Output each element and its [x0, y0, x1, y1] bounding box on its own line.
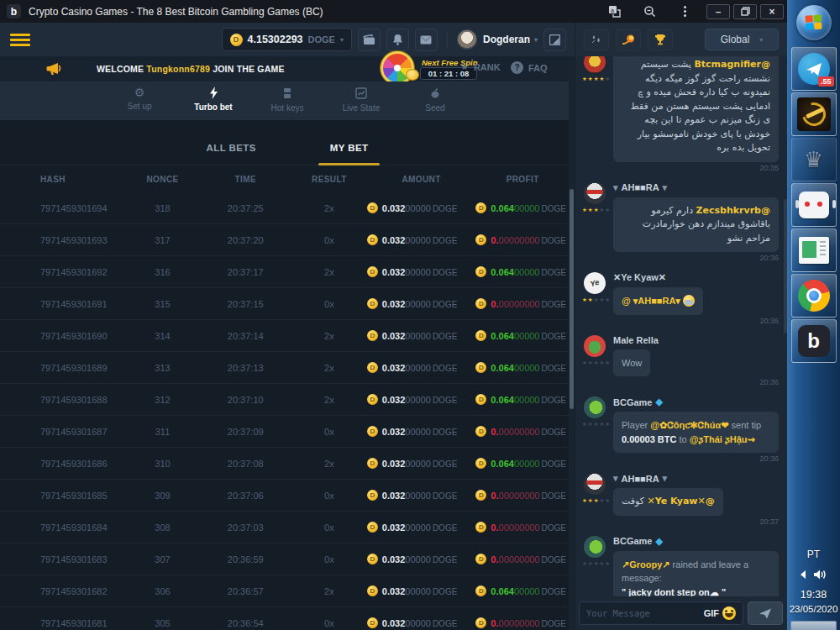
- table-row[interactable]: 7971459301681 305 20:36:54 0x D0.0320000…: [0, 607, 570, 630]
- table-row[interactable]: 7971459301692 316 20:37:17 2x D0.0320000…: [0, 256, 570, 288]
- rank-button[interactable]: ★ RANK: [460, 61, 501, 72]
- bet-amount: D0.03200000DOGE: [367, 394, 476, 405]
- avatar[interactable]: [584, 182, 606, 204]
- table-row[interactable]: 7971459301694 318 20:37:25 2x D0.0320000…: [0, 192, 570, 224]
- taskbar-game[interactable]: [791, 92, 837, 136]
- hidden-icons-arrow[interactable]: [801, 570, 806, 579]
- chat-username[interactable]: ✕Ye Kyaw✕: [613, 272, 779, 283]
- main-scrollbar[interactable]: [569, 56, 575, 630]
- table-row[interactable]: 7971459301684 308 20:37:03 0x D0.0320000…: [0, 512, 570, 543]
- hamburger-menu-icon[interactable]: [10, 31, 30, 49]
- chat-region-dropdown[interactable]: Global ▾: [705, 29, 779, 50]
- restore-button[interactable]: [733, 4, 757, 19]
- tab-all-bets[interactable]: ALL BETS: [195, 136, 268, 165]
- chat-username[interactable]: ▾AH■■RA▾: [613, 473, 779, 484]
- chat-username[interactable]: BCGame◆: [613, 396, 779, 407]
- rain-droplets-button[interactable]: [584, 29, 609, 50]
- chat-input-box[interactable]: GIF: [579, 601, 743, 625]
- tab-set-up[interactable]: ⚙ Set up: [113, 81, 165, 120]
- mention[interactable]: @ᶚThái ᶚHậu⇝: [690, 434, 755, 444]
- taskbar-telegram[interactable]: .55: [791, 47, 837, 91]
- chat-message: ★★★★★ BCGame◆ Player @✿Ꮳôηƈ✻Ꮳɦúα❤ sent t…: [575, 388, 787, 465]
- tab-hot-keys[interactable]: Hot keys: [261, 81, 313, 120]
- table-row[interactable]: 7971459301683 307 20:36:59 0x D0.0320000…: [0, 543, 570, 575]
- chat-username[interactable]: Male Rella: [613, 335, 779, 345]
- doge-coin-icon: D: [475, 362, 486, 373]
- bet-amount: D0.03200000DOGE: [367, 362, 476, 373]
- wallet-button[interactable]: [358, 29, 381, 51]
- table-row[interactable]: 7971459301688 312 20:37:10 2x D0.0320000…: [0, 384, 570, 416]
- clock-date[interactable]: 23/05/2020: [787, 604, 840, 614]
- bet-nonce: 314: [126, 331, 200, 341]
- menu-kebab-icon[interactable]: [678, 5, 691, 18]
- avatar[interactable]: [584, 335, 606, 357]
- mention[interactable]: @✕Ye Kyaw✕: [647, 496, 714, 507]
- notifications-bell-button[interactable]: [386, 29, 409, 51]
- keyboard-icon: [261, 87, 313, 102]
- clock-time[interactable]: 19:38: [787, 589, 840, 601]
- bet-result: 2x: [291, 363, 367, 373]
- tab-live-state[interactable]: Live State: [335, 81, 387, 120]
- user-menu[interactable]: Dogderan ▾: [483, 34, 538, 45]
- taskbar-robot-app[interactable]: [791, 183, 837, 227]
- doge-coin-icon: D: [475, 202, 486, 213]
- gif-button[interactable]: GIF: [704, 608, 719, 618]
- table-row[interactable]: 7971459301682 306 20:36:57 2x D0.0320000…: [0, 575, 570, 607]
- tab-seed[interactable]: Seed: [409, 81, 461, 120]
- mention[interactable]: @ ▾AH■■RA▾: [622, 296, 680, 306]
- minimize-button[interactable]: –: [706, 4, 730, 19]
- close-button[interactable]: ×: [760, 4, 784, 19]
- bet-profit: D0.00000000DOGE: [475, 617, 570, 628]
- zoom-search-icon[interactable]: [643, 5, 656, 18]
- start-button[interactable]: [796, 5, 832, 40]
- volume-icon[interactable]: [813, 569, 827, 580]
- translate-icon[interactable]: a: [607, 5, 621, 18]
- taskbar-chrome[interactable]: [791, 274, 837, 318]
- bets-tabs: ALL BETS MY BET: [0, 136, 575, 165]
- user-avatar[interactable]: [457, 29, 477, 50]
- faq-button[interactable]: ? FAQ: [511, 61, 548, 74]
- table-row[interactable]: 7971459301686 310 20:37:08 2x D0.0320000…: [0, 448, 570, 480]
- scrollbar-thumb[interactable]: [570, 189, 574, 409]
- bet-hash: 7971459301694: [0, 203, 126, 213]
- collapse-chat-button[interactable]: [543, 29, 566, 51]
- mention[interactable]: @Btcmagnifier: [694, 59, 770, 70]
- bet-profit: D0.06400000DOGE: [475, 266, 570, 277]
- taskbar-news-app[interactable]: [791, 228, 837, 272]
- column-hash: HASH: [0, 175, 126, 184]
- language-indicator[interactable]: PT: [787, 549, 840, 560]
- mention[interactable]: @✿Ꮳôηƈ✻Ꮳɦúα❤: [650, 420, 728, 430]
- table-row[interactable]: 7971459301693 317 20:37:20 0x D0.0320000…: [0, 224, 570, 256]
- rain-sender[interactable]: ↗Groopy↗: [622, 559, 670, 570]
- table-row[interactable]: 7971459301689 313 20:37:13 2x D0.0320000…: [0, 352, 570, 384]
- fireball-button[interactable]: [616, 29, 641, 50]
- chat-username[interactable]: ▾AH■■RA▾: [613, 182, 779, 193]
- mention[interactable]: @Zecsbhkrvrb: [696, 205, 770, 216]
- tab-my-bet[interactable]: MY BET: [318, 136, 381, 165]
- tab-turbo-bet[interactable]: Turbo bet: [187, 81, 239, 120]
- avatar[interactable]: Ye: [581, 270, 608, 297]
- message-input[interactable]: [586, 608, 701, 618]
- trophy-button[interactable]: [648, 29, 673, 50]
- send-message-button[interactable]: [748, 601, 783, 625]
- bet-time: 20:37:17: [199, 267, 291, 277]
- avatar[interactable]: [584, 473, 606, 495]
- bot-badge-icon: ◆: [655, 536, 662, 547]
- messages-mail-button[interactable]: [415, 29, 438, 51]
- taskbar-crown-app[interactable]: ♛: [791, 138, 837, 181]
- table-row[interactable]: 7971459301687 311 20:37:09 0x D0.0320000…: [0, 416, 570, 448]
- show-desktop-button[interactable]: [790, 621, 837, 630]
- table-row[interactable]: 7971459301690 314 20:37:14 2x D0.0320000…: [0, 320, 570, 352]
- lightning-icon: [187, 87, 239, 102]
- avatar[interactable]: [584, 536, 606, 558]
- table-row[interactable]: 7971459301691 315 20:37:15 0x D0.0320000…: [0, 288, 570, 320]
- balance-selector[interactable]: D 4.15302293 DOGE ▾: [222, 28, 352, 51]
- avatar[interactable]: [584, 56, 606, 73]
- table-row[interactable]: 7971459301685 309 20:37:06 0x D0.0320000…: [0, 480, 570, 512]
- taskbar-bcgame[interactable]: b: [791, 319, 837, 363]
- bet-nonce: 305: [126, 618, 200, 628]
- chat-username[interactable]: BCGame◆: [613, 536, 779, 547]
- doge-coin-icon: D: [475, 522, 486, 533]
- emoji-picker-button[interactable]: [722, 606, 736, 620]
- avatar[interactable]: [584, 396, 606, 418]
